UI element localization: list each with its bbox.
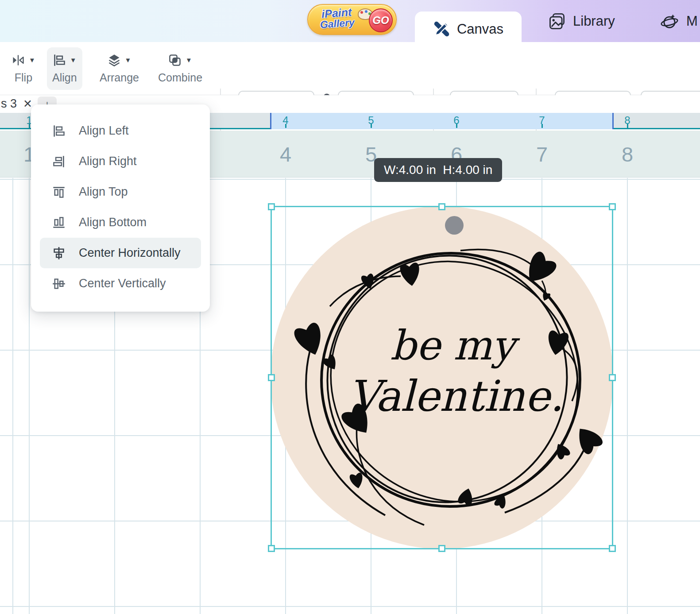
arrange-button[interactable]: ▼ Arrange [94, 47, 144, 90]
tab-canvas[interactable]: Canvas [415, 12, 522, 47]
combine-shapes-icon [168, 54, 182, 67]
center-horizontally-icon [52, 247, 66, 260]
pencil-tools-icon [433, 21, 450, 38]
chevron-down-icon: ▼ [186, 57, 192, 63]
align-button[interactable]: ▼ Align [47, 47, 82, 90]
size-tooltip: W:4.00 in H:4.00 in [374, 158, 502, 182]
ruler-selection-left-marker [270, 113, 271, 129]
chevron-down-icon: ▼ [125, 57, 131, 63]
menu-item-align-left[interactable]: Align Left [40, 116, 201, 146]
resize-handle-n[interactable] [438, 203, 445, 210]
flip-button[interactable]: ▼ Flip [6, 47, 41, 90]
ruler-selection-right-marker [612, 113, 614, 129]
flip-icon [12, 54, 25, 67]
align-bottom-icon [52, 216, 66, 229]
chevron-down-icon: ▼ [70, 57, 77, 63]
align-top-icon [52, 185, 66, 199]
center-vertically-icon [52, 277, 66, 290]
align-left-icon [52, 124, 66, 138]
tab-make-label: M [686, 13, 698, 29]
ipaint-gallery-ad-badge[interactable]: iPaint Gallery GO [307, 4, 397, 35]
resize-handle-ne[interactable] [609, 203, 616, 210]
menu-item-align-right[interactable]: Align Right [40, 146, 201, 177]
tab-library[interactable]: Library [548, 0, 615, 42]
resize-handle-nw[interactable] [268, 203, 275, 210]
combine-button[interactable]: ▼ Combine [153, 47, 208, 90]
planet-icon [660, 12, 679, 31]
selection-bounding-box[interactable] [271, 206, 613, 549]
resize-handle-se[interactable] [609, 545, 616, 552]
arrange-layers-icon [108, 54, 121, 67]
app-header: iPaint Gallery GO Canvas Library [0, 0, 700, 42]
align-right-icon [52, 155, 66, 168]
menu-item-center-vertically[interactable]: Center Vertically [40, 268, 201, 299]
resize-handle-w[interactable] [268, 374, 275, 381]
align-dropdown-menu: Align Left Align Right Align Top Align B… [31, 104, 210, 312]
edit-toolbar: ▼ Flip ▼ Align ▼ Arrange [0, 42, 700, 95]
ruler-selection-highlight [271, 113, 613, 129]
sheet-tab[interactable]: s 3 ✕ [1, 97, 32, 111]
menu-item-center-horizontally[interactable]: Center Horizontally [40, 238, 201, 268]
badge-line2: Gallery [320, 17, 355, 30]
resize-handle-s[interactable] [438, 545, 445, 552]
tab-canvas-label: Canvas [457, 21, 503, 37]
close-icon[interactable]: ✕ [23, 97, 32, 110]
tab-library-label: Library [573, 13, 615, 29]
go-button[interactable]: GO [369, 8, 393, 32]
menu-item-align-bottom[interactable]: Align Bottom [40, 207, 201, 238]
resize-handle-sw[interactable] [268, 545, 275, 552]
align-icon [53, 54, 66, 67]
ipaint-gallery-logo: iPaint Gallery [319, 6, 355, 30]
chevron-down-icon: ▼ [29, 57, 35, 63]
tab-make[interactable]: M [660, 0, 698, 42]
menu-item-align-top[interactable]: Align Top [40, 177, 201, 207]
resize-handle-e[interactable] [609, 374, 616, 381]
library-photos-icon [548, 12, 566, 30]
